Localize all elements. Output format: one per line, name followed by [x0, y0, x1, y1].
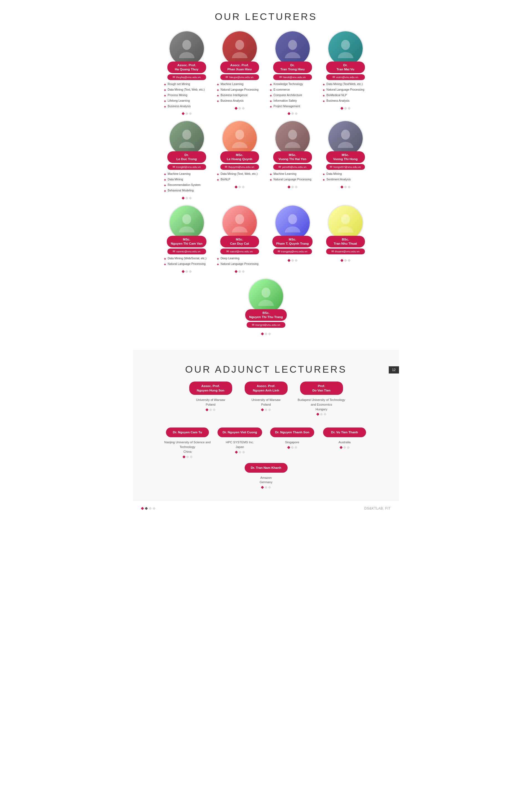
skill-text: Process Mining — [168, 93, 187, 98]
lecturer-email-badge[interactable]: ✉ hongvt57@vnu.edu.vn — [326, 164, 365, 170]
svg-point-2 — [235, 40, 244, 50]
skill-text: Project Management — [273, 104, 300, 109]
adjunct-info-wide: HPC SYSTEMS Inc. Japan — [226, 440, 254, 449]
lecturer-email: hieutt@vnu.edu.vn — [283, 76, 306, 79]
skill-bullet: ✦ — [269, 172, 272, 177]
card-dot — [316, 413, 319, 416]
lecturer-email-badge[interactable]: ✉ hieutt@vnu.edu.vn — [273, 74, 312, 80]
lecturer-email-badge[interactable]: ✉ vutm@vnu.edu.vn — [326, 74, 365, 80]
adjunct-institution: Budapest University of Technology and Ec… — [297, 398, 346, 407]
lecturer-email-badge[interactable]: ✉ vanntc@vnu.edu.vn — [167, 249, 206, 254]
lecturer-name-badge: MSc. Nguyen Thi Cam Van — [167, 236, 206, 247]
lecturer-photo — [276, 206, 310, 240]
svg-point-13 — [285, 142, 300, 148]
card-dot — [189, 112, 192, 115]
skill-item: ✦ Information Safety — [269, 99, 316, 104]
svg-point-1 — [179, 52, 194, 58]
lecturer-email-badge[interactable]: ✉ yenvth@vnu.edu.vn — [273, 164, 312, 170]
adjunct-info-wide: Amazon Germany — [260, 476, 272, 485]
skills-list: ✦ Machine Learning ✦ Natural Language Pr… — [268, 170, 317, 184]
footer-dot-1 — [141, 507, 144, 510]
lecturer-email: thuatnt@vnu.edu.vn — [335, 250, 360, 253]
skill-text: Natural Language Processing — [168, 262, 206, 266]
adjunct-bottom-grid: Dr. Nguyen Cam Tu Nanjing University of … — [133, 422, 399, 490]
card-dot — [294, 259, 298, 262]
lecturer-name-badge: MSc. Can Duy Cat — [220, 236, 259, 247]
lecturer-card: MSc. Vuong Thi Hai Yen ✉ yenvth@vnu.edu.… — [268, 120, 317, 200]
lecturer-email: trangnt@vnu.edu.vn — [255, 323, 280, 326]
svg-point-14 — [341, 130, 350, 140]
skill-text: Lifelong Learning — [168, 99, 190, 103]
card-dot — [291, 446, 294, 449]
lecturer-email-badge[interactable]: ✉ catcd@vnu.edu.vn — [220, 249, 259, 254]
skill-text: Data Mining — [168, 178, 183, 182]
lecturer-email-badge[interactable]: ✉ thuyhq@vnu.edu.vn — [167, 74, 206, 80]
lecturer-email: trongld@vnu.edu.vn — [176, 166, 201, 169]
skill-text: Business Intelligence — [221, 93, 248, 98]
skill-item: ✦ Deep Learning — [216, 256, 263, 262]
adjunct-institution: University of Warsaw — [252, 398, 281, 402]
svg-point-18 — [235, 214, 244, 224]
email-icon: ✉ — [252, 323, 254, 327]
dots-row — [340, 446, 349, 448]
adjunct-institution: Nanjing University of Science and Techno… — [163, 440, 212, 449]
skill-bullet: ✦ — [216, 93, 220, 98]
card-dot — [320, 413, 323, 416]
skill-item: ✦ Business Intelligence — [216, 93, 263, 98]
skill-item: ✦ Project Management — [269, 104, 316, 110]
card-dot — [323, 413, 326, 416]
lecturer-card: Assoc. Prof. Ha Quang Thuy ✉ thuyhq@vnu.… — [163, 31, 211, 116]
skill-item: ✦ Recommendation System — [164, 183, 210, 188]
skill-bullet: ✦ — [322, 99, 325, 104]
lecturer-photo-wrap — [222, 205, 258, 241]
skill-item: ✦ Business Analysis — [216, 99, 263, 104]
skill-bullet: ✦ — [164, 104, 167, 110]
card-dot — [190, 455, 193, 458]
lecturer-email: hieupx@vnu.edu.vn — [229, 76, 253, 79]
skill-bullet: ✦ — [164, 256, 167, 262]
card-dot — [347, 186, 350, 189]
card-dot — [185, 270, 188, 273]
skill-item: ✦ Data Mining (Text, Web, etc.) — [216, 172, 263, 177]
adjunct-info: University of Warsaw Poland — [252, 398, 281, 407]
lecturer-email-badge[interactable]: ✉ hieupx@vnu.edu.vn — [220, 74, 259, 80]
lecturer-name-badge: MSc. Vuong Thi Hai Yen — [273, 151, 312, 163]
skill-text: Data Mining — [326, 172, 342, 176]
card-dot — [268, 486, 271, 489]
adjunct-card-bottom: Dr. Tran Nam Khanh Amazon Germany — [242, 463, 290, 490]
card-dot — [268, 332, 271, 335]
email-icon: ✉ — [226, 250, 229, 253]
lecturer-photo — [223, 121, 257, 155]
svg-point-22 — [341, 214, 350, 224]
dots-row — [288, 113, 297, 115]
card-dot — [340, 259, 343, 262]
card-dot — [344, 107, 347, 110]
lecturer-email-badge[interactable]: ✉ lhquynh@vnu.edu.vn — [220, 164, 259, 170]
card-dot — [264, 408, 267, 411]
dots-row — [235, 270, 244, 273]
lecturer-photo — [170, 121, 204, 155]
adjunct-name-badge-wide: Dr. Tran Nam Khanh — [245, 463, 288, 473]
lecturer-name: Vuong Thi Hai Yen — [277, 157, 308, 161]
lecturer-name-badge: MSc. Vuong Thi Hong — [326, 151, 365, 163]
skill-text: BioNLP — [221, 178, 230, 182]
card-dot — [242, 107, 245, 110]
email-icon: ✉ — [278, 250, 280, 253]
skills-list — [242, 328, 290, 331]
lecturer-email: hongvt57@vnu.edu.vn — [333, 166, 361, 169]
skill-text: Business Analysis — [326, 99, 349, 103]
lecturer-title: Dr. — [277, 63, 308, 67]
lecturer-email-badge[interactable]: ✉ trangptq@vnu.edu.vn — [273, 249, 312, 254]
lecturer-card: BSc. Nguyen Thi Thu Trang ✉ trangnt@vnu.… — [242, 278, 290, 336]
lecturer-email: lhquynh@vnu.edu.vn — [228, 166, 254, 169]
svg-point-5 — [285, 52, 300, 58]
adjunct-country: Japan — [226, 445, 254, 449]
lecturer-email-badge[interactable]: ✉ trangnt@vnu.edu.vn — [247, 322, 285, 328]
dots-row — [317, 413, 326, 415]
lecturer-card: Dr. Tran Mai Vu ✉ vutm@vnu.edu.vn ✦ Data… — [321, 31, 369, 116]
lecturer-email-badge[interactable]: ✉ thuatnt@vnu.edu.vn — [326, 249, 365, 254]
lecturer-email-badge[interactable]: ✉ trongld@vnu.edu.vn — [167, 164, 206, 170]
skill-bullet: ✦ — [216, 82, 220, 87]
skill-bullet: ✦ — [322, 178, 325, 183]
adjunct-info: University of Warsaw Poland — [196, 398, 225, 407]
